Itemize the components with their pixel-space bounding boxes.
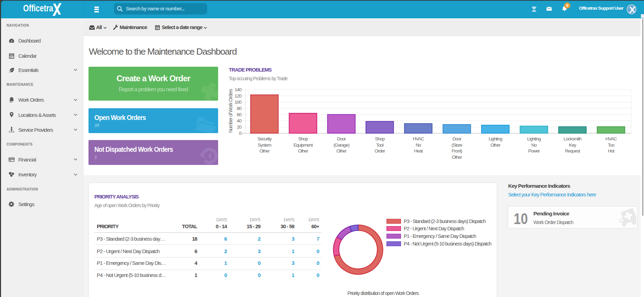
svg-text:Power: Power [528,148,540,154]
svg-text:No: No [531,142,537,148]
svg-text:Shop: Shop [375,136,385,141]
svg-text:Tool: Tool [376,142,384,148]
svg-text:20: 20 [237,124,241,130]
svg-text:System: System [258,142,272,148]
svg-text:Too: Too [608,142,614,148]
svg-text:HVAC: HVAC [413,136,424,141]
svg-text:Security: Security [258,136,272,141]
svg-text:Lighting: Lighting [489,136,503,141]
svg-text:0: 0 [239,131,242,136]
svg-text:No: No [416,142,421,148]
svg-text:Shop: Shop [298,136,308,141]
svg-text:Lighting: Lighting [527,136,541,141]
svg-text:Heat: Heat [414,148,423,154]
svg-text:Other: Other [491,142,501,148]
svg-text:(Store: (Store [451,142,462,148]
svg-text:Other: Other [452,155,462,160]
svg-text:Other: Other [336,148,347,154]
svg-text:80: 80 [237,106,241,111]
svg-text:Equipment: Equipment [293,142,313,148]
svg-text:Door: Door [452,136,462,141]
svg-text:140: 140 [235,87,242,92]
svg-text:Other: Other [298,148,308,154]
svg-text:Front): Front) [452,148,462,154]
svg-text:Order: Order [375,148,385,154]
svg-text:Locksmith: Locksmith [563,136,581,141]
svg-text:120: 120 [235,93,242,99]
svg-text:Other: Other [260,148,270,154]
svg-text:Key: Key [569,142,576,148]
svg-text:Hot: Hot [608,148,615,154]
svg-text:HVAC: HVAC [605,136,617,141]
svg-text:40: 40 [237,118,241,123]
svg-text:Door: Door [337,136,346,141]
svg-text:Request: Request [565,148,580,154]
svg-text:100: 100 [235,100,242,105]
svg-text:(Garage): (Garage) [334,142,349,148]
svg-text:60: 60 [237,112,241,117]
